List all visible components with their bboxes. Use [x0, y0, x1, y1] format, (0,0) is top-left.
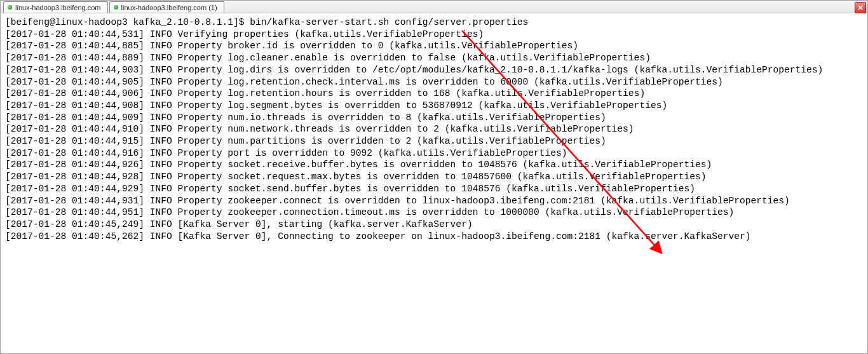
- tab-session-2[interactable]: linux-hadoop3.ibeifeng.com (1): [109, 1, 224, 13]
- tab-session-1[interactable]: linux-hadoop3.ibeifeng.com: [3, 1, 108, 13]
- close-icon: [858, 5, 863, 10]
- tab-bar: linux-hadoop3.ibeifeng.com linux-hadoop3…: [1, 1, 867, 13]
- terminal-pane[interactable]: [beifeng@linux-hadoop3 kafka_2.10-0.8.1.…: [1, 14, 867, 353]
- status-dot-icon: [114, 5, 118, 10]
- close-button[interactable]: [855, 2, 866, 13]
- status-dot-icon: [8, 5, 12, 10]
- tab-label: linux-hadoop3.ibeifeng.com (1): [121, 4, 217, 11]
- terminal-output: [beifeng@linux-hadoop3 kafka_2.10-0.8.1.…: [1, 14, 867, 245]
- tab-label: linux-hadoop3.ibeifeng.com: [15, 4, 101, 11]
